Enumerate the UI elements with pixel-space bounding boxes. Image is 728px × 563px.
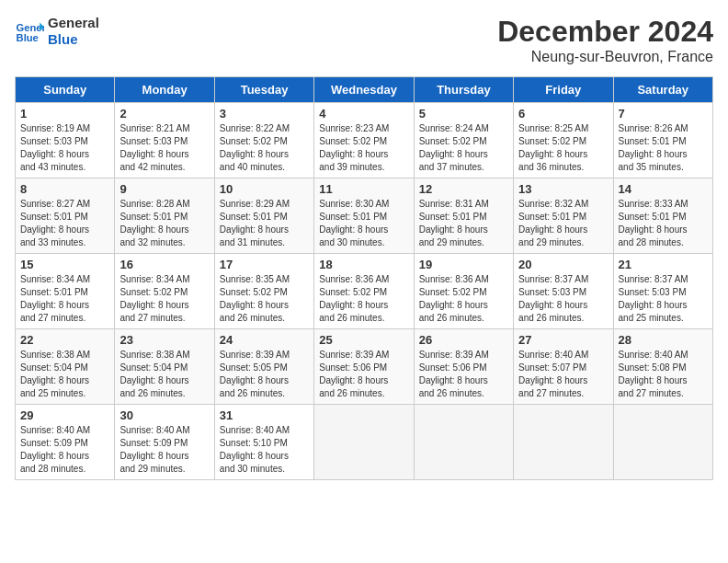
- day-number: 20: [518, 258, 608, 271]
- day-cell: 13Sunrise: 8:32 AMSunset: 5:01 PMDayligh…: [514, 178, 613, 254]
- day-number: 25: [319, 333, 408, 347]
- day-info: Sunrise: 8:28 AMSunset: 5:01 PMDaylight:…: [119, 198, 209, 249]
- logo: General Blue General Blue: [15, 15, 99, 48]
- week-row-3: 15Sunrise: 8:34 AMSunset: 5:01 PMDayligh…: [16, 254, 713, 329]
- week-row-5: 29Sunrise: 8:40 AMSunset: 5:09 PMDayligh…: [16, 405, 713, 480]
- day-info: Sunrise: 8:38 AMSunset: 5:04 PMDaylight:…: [119, 349, 209, 400]
- day-cell: 8Sunrise: 8:27 AMSunset: 5:01 PMDaylight…: [16, 178, 115, 254]
- day-cell: 19Sunrise: 8:36 AMSunset: 5:02 PMDayligh…: [414, 254, 513, 329]
- day-info: Sunrise: 8:21 AMSunset: 5:03 PMDaylight:…: [119, 122, 209, 174]
- day-cell: 4Sunrise: 8:23 AMSunset: 5:02 PMDaylight…: [314, 103, 414, 178]
- day-info: Sunrise: 8:22 AMSunset: 5:02 PMDaylight:…: [220, 122, 309, 174]
- day-info: Sunrise: 8:40 AMSunset: 5:07 PMDaylight:…: [518, 349, 608, 400]
- day-number: 22: [20, 333, 109, 347]
- day-number: 14: [619, 182, 708, 196]
- day-info: Sunrise: 8:34 AMSunset: 5:02 PMDaylight:…: [119, 273, 209, 325]
- day-number: 11: [319, 182, 408, 196]
- days-header-row: SundayMondayTuesdayWednesdayThursdayFrid…: [16, 77, 713, 103]
- day-cell: 20Sunrise: 8:37 AMSunset: 5:03 PMDayligh…: [514, 254, 613, 329]
- logo-text: General Blue: [48, 15, 99, 48]
- logo-icon: General Blue: [15, 17, 44, 46]
- day-info: Sunrise: 8:38 AMSunset: 5:04 PMDaylight:…: [20, 349, 109, 400]
- day-number: 2: [119, 107, 209, 121]
- day-info: Sunrise: 8:31 AMSunset: 5:01 PMDaylight:…: [419, 198, 508, 249]
- day-number: 21: [619, 258, 708, 271]
- day-number: 30: [119, 408, 209, 422]
- day-header-friday: Friday: [514, 77, 613, 103]
- day-number: 9: [119, 182, 209, 196]
- week-row-4: 22Sunrise: 8:38 AMSunset: 5:04 PMDayligh…: [16, 329, 713, 405]
- day-cell: 26Sunrise: 8:39 AMSunset: 5:06 PMDayligh…: [414, 329, 513, 405]
- day-cell: [414, 405, 513, 480]
- day-number: 16: [119, 258, 209, 271]
- day-cell: 24Sunrise: 8:39 AMSunset: 5:05 PMDayligh…: [214, 329, 313, 405]
- day-info: Sunrise: 8:35 AMSunset: 5:02 PMDaylight:…: [220, 273, 309, 325]
- day-cell: [514, 405, 613, 480]
- day-number: 26: [419, 333, 508, 347]
- day-cell: 16Sunrise: 8:34 AMSunset: 5:02 PMDayligh…: [115, 254, 214, 329]
- day-info: Sunrise: 8:37 AMSunset: 5:03 PMDaylight:…: [619, 273, 708, 325]
- day-cell: 17Sunrise: 8:35 AMSunset: 5:02 PMDayligh…: [214, 254, 313, 329]
- day-header-tuesday: Tuesday: [214, 77, 313, 103]
- day-header-thursday: Thursday: [414, 77, 513, 103]
- day-info: Sunrise: 8:40 AMSunset: 5:09 PMDaylight:…: [20, 424, 109, 476]
- day-info: Sunrise: 8:25 AMSunset: 5:02 PMDaylight:…: [518, 122, 608, 174]
- day-cell: 27Sunrise: 8:40 AMSunset: 5:07 PMDayligh…: [514, 329, 613, 405]
- title-area: December 2024 Neung-sur-Beuvron, France: [497, 15, 713, 65]
- day-cell: 21Sunrise: 8:37 AMSunset: 5:03 PMDayligh…: [613, 254, 712, 329]
- week-row-1: 1Sunrise: 8:19 AMSunset: 5:03 PMDaylight…: [16, 103, 713, 178]
- day-header-wednesday: Wednesday: [314, 77, 414, 103]
- day-number: 28: [619, 333, 708, 347]
- day-number: 4: [319, 107, 408, 121]
- day-number: 18: [319, 258, 408, 271]
- day-number: 3: [220, 107, 309, 121]
- day-number: 23: [119, 333, 209, 347]
- day-cell: 18Sunrise: 8:36 AMSunset: 5:02 PMDayligh…: [314, 254, 414, 329]
- day-cell: 3Sunrise: 8:22 AMSunset: 5:02 PMDaylight…: [214, 103, 313, 178]
- day-info: Sunrise: 8:19 AMSunset: 5:03 PMDaylight:…: [20, 122, 109, 174]
- day-info: Sunrise: 8:33 AMSunset: 5:01 PMDaylight:…: [619, 198, 708, 249]
- day-number: 7: [619, 107, 708, 121]
- day-info: Sunrise: 8:37 AMSunset: 5:03 PMDaylight:…: [518, 273, 608, 325]
- day-number: 1: [20, 107, 109, 121]
- day-cell: 14Sunrise: 8:33 AMSunset: 5:01 PMDayligh…: [613, 178, 712, 254]
- day-cell: 29Sunrise: 8:40 AMSunset: 5:09 PMDayligh…: [16, 405, 115, 480]
- day-info: Sunrise: 8:36 AMSunset: 5:02 PMDaylight:…: [319, 273, 408, 325]
- week-row-2: 8Sunrise: 8:27 AMSunset: 5:01 PMDaylight…: [16, 178, 713, 254]
- day-cell: 10Sunrise: 8:29 AMSunset: 5:01 PMDayligh…: [214, 178, 313, 254]
- day-info: Sunrise: 8:30 AMSunset: 5:01 PMDaylight:…: [319, 198, 408, 249]
- day-cell: 15Sunrise: 8:34 AMSunset: 5:01 PMDayligh…: [16, 254, 115, 329]
- day-info: Sunrise: 8:34 AMSunset: 5:01 PMDaylight:…: [20, 273, 109, 325]
- day-info: Sunrise: 8:36 AMSunset: 5:02 PMDaylight:…: [419, 273, 508, 325]
- svg-text:Blue: Blue: [17, 32, 39, 43]
- day-number: 10: [220, 182, 309, 196]
- day-info: Sunrise: 8:23 AMSunset: 5:02 PMDaylight:…: [319, 122, 408, 174]
- day-cell: 11Sunrise: 8:30 AMSunset: 5:01 PMDayligh…: [314, 178, 414, 254]
- day-info: Sunrise: 8:40 AMSunset: 5:09 PMDaylight:…: [119, 424, 209, 476]
- day-cell: 30Sunrise: 8:40 AMSunset: 5:09 PMDayligh…: [115, 405, 214, 480]
- day-cell: 7Sunrise: 8:26 AMSunset: 5:01 PMDaylight…: [613, 103, 712, 178]
- day-number: 31: [220, 408, 309, 422]
- day-info: Sunrise: 8:27 AMSunset: 5:01 PMDaylight:…: [20, 198, 109, 249]
- day-header-sunday: Sunday: [16, 77, 115, 103]
- day-cell: 12Sunrise: 8:31 AMSunset: 5:01 PMDayligh…: [414, 178, 513, 254]
- day-number: 5: [419, 107, 508, 121]
- header: General Blue General Blue December 2024 …: [15, 15, 713, 65]
- day-info: Sunrise: 8:40 AMSunset: 5:08 PMDaylight:…: [619, 349, 708, 400]
- day-number: 29: [20, 408, 109, 422]
- day-info: Sunrise: 8:29 AMSunset: 5:01 PMDaylight:…: [220, 198, 309, 249]
- day-info: Sunrise: 8:39 AMSunset: 5:06 PMDaylight:…: [319, 349, 408, 400]
- day-cell: [314, 405, 414, 480]
- day-cell: 25Sunrise: 8:39 AMSunset: 5:06 PMDayligh…: [314, 329, 414, 405]
- day-info: Sunrise: 8:39 AMSunset: 5:06 PMDaylight:…: [419, 349, 508, 400]
- day-number: 13: [518, 182, 608, 196]
- day-info: Sunrise: 8:24 AMSunset: 5:02 PMDaylight:…: [419, 122, 508, 174]
- day-number: 15: [20, 258, 109, 271]
- day-cell: 9Sunrise: 8:28 AMSunset: 5:01 PMDaylight…: [115, 178, 214, 254]
- day-info: Sunrise: 8:32 AMSunset: 5:01 PMDaylight:…: [518, 198, 608, 249]
- month-title: December 2024: [497, 15, 713, 49]
- day-cell: [613, 405, 712, 480]
- day-cell: 1Sunrise: 8:19 AMSunset: 5:03 PMDaylight…: [16, 103, 115, 178]
- day-cell: 31Sunrise: 8:40 AMSunset: 5:10 PMDayligh…: [214, 405, 313, 480]
- day-info: Sunrise: 8:26 AMSunset: 5:01 PMDaylight:…: [619, 122, 708, 174]
